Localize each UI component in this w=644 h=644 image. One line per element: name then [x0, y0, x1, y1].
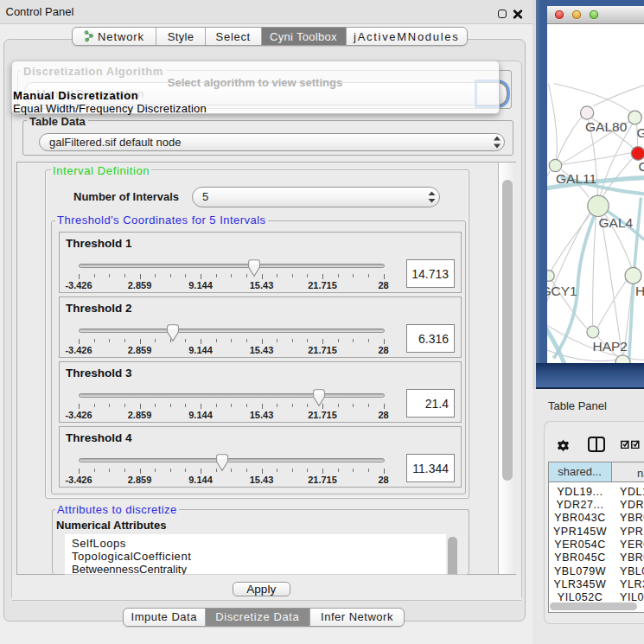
svg-text:GCY1: GCY1	[547, 283, 577, 297]
svg-text:HAP2: HAP2	[592, 338, 628, 353]
svg-text:GAL80: GAL80	[585, 118, 628, 133]
svg-text:C: C	[638, 159, 644, 174]
svg-text:HI: HI	[635, 283, 644, 297]
svg-text:GA: GA	[636, 124, 644, 139]
svg-text:GAL4: GAL4	[598, 214, 633, 229]
svg-text:GAL11: GAL11	[556, 171, 596, 186]
